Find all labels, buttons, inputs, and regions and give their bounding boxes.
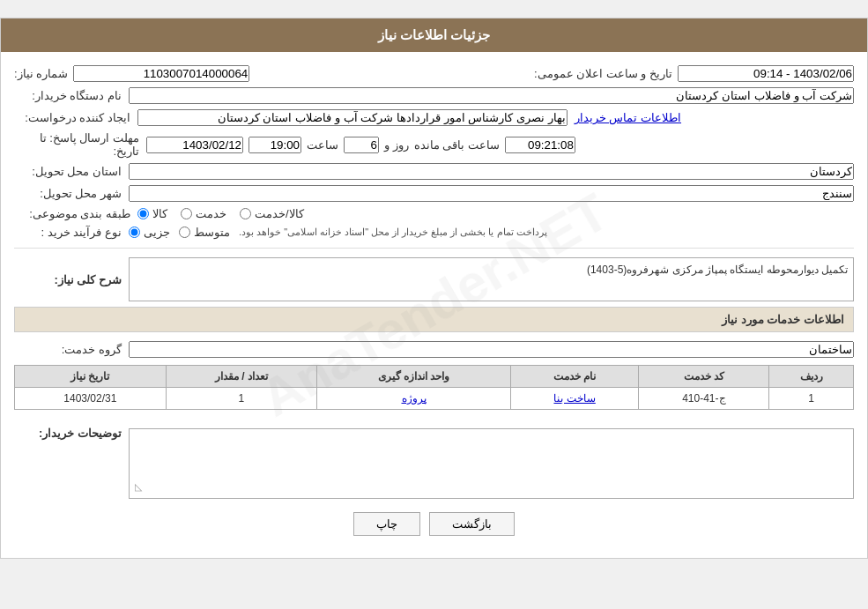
main-container: جزئیات اطلاعات نیاز تاریخ و ساعت اعلان ع… [0,18,868,559]
radio-kala-khedmat[interactable]: کالا/خدمت [240,207,304,220]
radio-motevaset[interactable]: متوسط [179,226,230,239]
kala-khedmat-label: کالا/خدمت [255,207,304,220]
sharh-content: تکمیل دیوارمحوطه ایستگاه پمپاژ مرکزی شهر… [129,257,854,301]
col-count: تعداد / مقدار [166,366,317,388]
radio-jozvi-input[interactable] [129,227,140,238]
saat-input[interactable] [249,137,301,153]
mohlat-content: ساعت باقی مانده روز و ساعت [146,137,854,153]
tarikh-input[interactable] [678,65,854,82]
content-area: تاریخ و ساعت اعلان عمومی: شماره نیاز: نا… [1,52,867,558]
jozvi-label: جزیی [144,226,170,239]
buyer-notes-box[interactable]: ◺ [129,428,854,499]
khedmat-label: خدمت [196,207,226,220]
divider-1 [14,248,854,249]
dastgah-label: نام دستگاه خریدار: [14,89,129,102]
goroh-content [129,341,854,358]
remaining-label: ساعت باقی مانده [414,138,500,152]
buyer-notes-label: توضیحات خریدار: [14,423,129,440]
buyer-notes-corner: ◺ [131,478,145,496]
col-code: کد خدمت [639,366,769,388]
buyer-notes-row: ◺ توضیحات خریدار: [14,423,854,499]
dastgah-row: نام دستگاه خریدار: [14,87,854,104]
tarikh-label: تاریخ و ساعت اعلان عمومی: [534,67,672,80]
sharh-row: تکمیل دیوارمحوطه ایستگاه پمپاژ مرکزی شهر… [14,257,854,301]
shahr-label: شهر محل تحویل: [14,187,129,200]
services-header-row: ردیف کد خدمت نام خدمت واحد اندازه گیری ت… [15,366,854,388]
col-radif: ردیف [769,366,854,388]
cell-unit[interactable]: پروژه [317,388,511,410]
ostan-label: استان محل تحویل: [14,165,129,178]
shomara-input[interactable] [73,65,249,82]
ejad-content: اطلاعات تماس خریدار [137,109,854,126]
mohlat-row: ساعت باقی مانده روز و ساعت مهلت ارسال پا… [14,131,854,158]
rooz-o-label: روز و [384,138,409,152]
services-thead: ردیف کد خدمت نام خدمت واحد اندازه گیری ت… [15,366,854,388]
mohlat-label: مهلت ارسال پاسخ: تا تاریخ: [14,131,146,158]
radio-jozvi[interactable]: جزیی [129,226,170,239]
tabaghebandi-row: کالا/خدمت خدمت کالا طبقه بندی موضوعی: [14,207,854,220]
khadamat-section-header: اطلاعات خدمات مورد نیاز [14,307,854,332]
radio-kala-khedmat-input[interactable] [240,208,251,219]
radio-motevaset-input[interactable] [179,227,190,238]
ostan-input[interactable] [129,163,854,180]
rooz-input[interactable] [344,137,379,153]
shomara-right: شماره نیاز: [14,65,249,82]
ettelaat-tamas-link[interactable]: اطلاعات تماس خریدار [575,111,681,124]
col-name: نام خدمت [510,366,639,388]
shahr-row: شهر محل تحویل: [14,185,854,202]
goroh-row: گروه خدمت: [14,341,854,358]
page-title: جزئیات اطلاعات نیاز [1,19,867,52]
cell-count: 1 [166,388,317,410]
col-date: تاریخ نیاز [15,366,167,388]
nooe-content: پرداخت تمام یا بخشی از مبلغ خریدار از مح… [129,226,854,239]
tabaghebandi-label: طبقه بندی موضوعی: [14,207,137,220]
radio-khedmat[interactable]: خدمت [181,207,226,220]
nooe-note: پرداخت تمام یا بخشی از مبلغ خریدار از مح… [239,227,547,238]
ejad-label: ایجاد کننده درخواست: [14,111,137,124]
radio-khedmat-input[interactable] [181,208,192,219]
nooe-label: نوع فرآیند خرید : [14,226,129,239]
goroh-input[interactable] [129,341,854,358]
services-table: ردیف کد خدمت نام خدمت واحد اندازه گیری ت… [14,365,854,410]
dastgah-input[interactable] [129,87,854,104]
goroh-label: گروه خدمت: [14,343,129,356]
saat-label: ساعت [307,138,338,152]
dastgah-value-cell [129,87,854,104]
cell-code: ج-41-410 [639,388,769,410]
back-button[interactable]: بازگشت [429,512,515,536]
mohlat-date-input[interactable] [146,137,243,153]
buyer-notes-content: ◺ [129,423,854,499]
shahr-input[interactable] [129,185,854,202]
sharh-box: تکمیل دیوارمحوطه ایستگاه پمپاژ مرکزی شهر… [129,257,854,301]
cell-date: 1403/02/31 [15,388,167,410]
sharh-label: شرح کلی نیاز: [14,273,129,286]
tabaghebandi-content: کالا/خدمت خدمت کالا [137,207,854,220]
ostan-row: استان محل تحویل: [14,163,854,180]
radio-kala[interactable]: کالا [137,207,167,220]
button-row: بازگشت چاپ [14,512,854,536]
nooe-farayand-row: پرداخت تمام یا بخشی از مبلغ خریدار از مح… [14,226,854,239]
cell-name[interactable]: ساخت بنا [510,388,639,410]
table-row: 1 ج-41-410 ساخت بنا پروژه 1 1403/02/31 [15,388,854,410]
radio-kala-input[interactable] [137,208,149,219]
shomara-label: شماره نیاز: [14,67,68,80]
ostan-value-cell [129,163,854,180]
print-button[interactable]: چاپ [353,512,420,536]
shomara-row: تاریخ و ساعت اعلان عمومی: شماره نیاز: [14,65,854,82]
col-unit: واحد اندازه گیری [317,366,511,388]
ejad-row: اطلاعات تماس خریدار ایجاد کننده درخواست: [14,109,854,126]
kala-label: کالا [152,207,167,220]
ejad-input[interactable] [137,109,568,126]
services-tbody: 1 ج-41-410 ساخت بنا پروژه 1 1403/02/31 [15,388,854,410]
remaining-time-input[interactable] [505,137,575,153]
cell-radif: 1 [769,388,854,410]
shomara-left: تاریخ و ساعت اعلان عمومی: [534,65,854,82]
motevaset-label: متوسط [194,226,230,239]
shahr-value-cell [129,185,854,202]
